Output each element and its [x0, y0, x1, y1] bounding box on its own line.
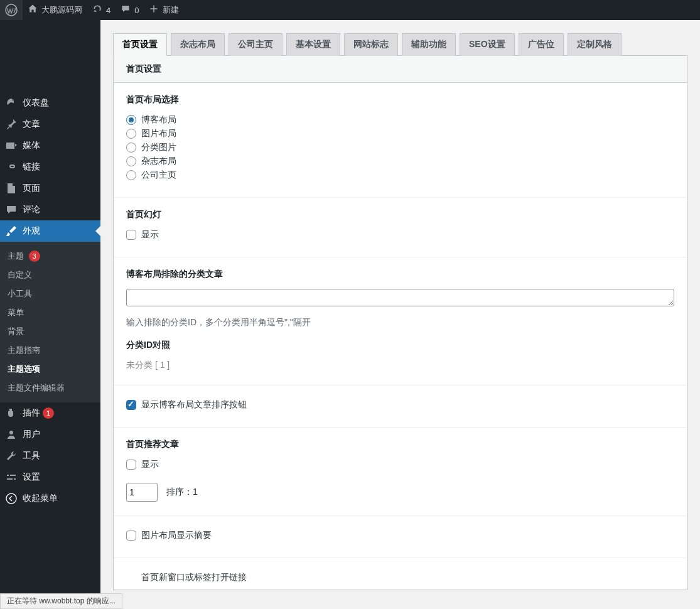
- radio-blog-layout[interactable]: [126, 115, 136, 125]
- tab-basic-settings[interactable]: 基本设置: [286, 33, 340, 56]
- comment-icon: [121, 4, 131, 16]
- radio-category-image[interactable]: [126, 143, 136, 153]
- submenu-label: 菜单: [8, 308, 24, 317]
- sidebar-item-tools[interactable]: 工具: [0, 445, 100, 466]
- section-title: 首页布局选择: [126, 94, 674, 105]
- sidebar-item-settings[interactable]: 设置: [0, 466, 100, 488]
- sidebar-item-label: 收起菜单: [23, 493, 58, 504]
- settings-icon: [5, 471, 18, 483]
- tab-custom-style[interactable]: 定制风格: [568, 33, 622, 56]
- checkbox-show-featured[interactable]: [126, 460, 136, 470]
- sidebar-item-label: 插件: [23, 407, 40, 419]
- option-label: 公司主页: [141, 170, 176, 181]
- tab-site-logo[interactable]: 网站标志: [344, 33, 398, 56]
- textarea-exclude-ids[interactable]: [126, 289, 674, 306]
- media-icon: [5, 139, 18, 152]
- admin-sidebar: 仪表盘 文章 媒体 链接 页面 评论 外观 主题 3 自定义 小工具 菜单 背景…: [0, 20, 100, 590]
- sidebar-item-users[interactable]: 用户: [0, 424, 100, 445]
- sidebar-item-label: 媒体: [23, 140, 40, 151]
- sidebar-item-label: 文章: [23, 119, 40, 130]
- sidebar-item-label: 链接: [23, 161, 40, 173]
- input-featured-order[interactable]: [126, 483, 158, 502]
- site-title: 大鹏源码网: [41, 4, 82, 16]
- section-featured-posts: 首页推荐文章 显示 排序：1: [114, 428, 687, 516]
- svg-point-2: [6, 493, 16, 504]
- option-label: 显示: [141, 459, 159, 470]
- checkbox-show-slideshow[interactable]: [126, 230, 136, 240]
- sidebar-item-links[interactable]: 链接: [0, 156, 100, 178]
- sidebar-item-plugins[interactable]: 插件 1: [0, 402, 100, 424]
- plugins-count-badge: 1: [43, 407, 54, 419]
- new-label: 新建: [163, 4, 179, 16]
- option-label: 显示博客布局文章排序按钮: [141, 399, 247, 411]
- site-name-link[interactable]: 大鹏源码网: [23, 0, 87, 20]
- category-id-list: 未分类 [ 1 ]: [126, 360, 674, 371]
- sidebar-item-label: 工具: [23, 450, 40, 461]
- sidebar-item-label: 外观: [23, 225, 40, 237]
- tab-company-home[interactable]: 公司主页: [229, 33, 283, 56]
- submenu-item-theme-options[interactable]: 主题选项: [0, 360, 100, 379]
- checkbox-image-summary[interactable]: [126, 531, 136, 541]
- updates-link[interactable]: 4: [87, 0, 116, 20]
- sidebar-item-media[interactable]: 媒体: [0, 135, 100, 156]
- option-label: 图片布局: [141, 128, 176, 139]
- sidebar-item-collapse[interactable]: 收起菜单: [0, 488, 100, 509]
- option-label: 杂志布局: [141, 156, 176, 167]
- section-title: 博客布局排除的分类文章: [126, 269, 674, 280]
- sidebar-item-posts[interactable]: 文章: [0, 114, 100, 135]
- comment-icon: [5, 203, 18, 216]
- plus-icon: [149, 4, 159, 16]
- sidebar-item-pages[interactable]: 页面: [0, 178, 100, 199]
- submenu-item-widgets[interactable]: 小工具: [0, 284, 100, 303]
- radio-image-layout[interactable]: [126, 129, 136, 139]
- home-icon: [28, 4, 38, 16]
- submenu-label: 主题指南: [8, 345, 40, 355]
- brush-icon: [5, 225, 18, 237]
- submenu-item-theme-editor[interactable]: 主题文件编辑器: [0, 379, 100, 397]
- section-title: 首页幻灯: [126, 209, 674, 220]
- option-label: 分类图片: [141, 142, 176, 153]
- pin-icon: [5, 118, 18, 131]
- submenu-item-customize[interactable]: 自定义: [0, 266, 100, 284]
- sidebar-item-label: 页面: [23, 183, 40, 194]
- sidebar-item-label: 用户: [23, 429, 40, 440]
- main-content: 首页设置 杂志布局 公司主页 基本设置 网站标志 辅助功能 SEO设置 广告位 …: [100, 20, 700, 590]
- help-text: 输入排除的分类ID，多个分类用半角逗号","隔开: [126, 317, 674, 328]
- sidebar-item-comments[interactable]: 评论: [0, 199, 100, 220]
- section-title: 首页推荐文章: [126, 439, 674, 450]
- checkbox-show-sort-button[interactable]: [126, 400, 136, 410]
- comments-link[interactable]: 0: [116, 0, 144, 20]
- section-new-window: 首页新窗口或标签打开链接: [114, 558, 687, 590]
- submenu-label: 主题: [8, 251, 24, 261]
- new-content-link[interactable]: 新建: [144, 0, 184, 20]
- category-id-title: 分类ID对照: [126, 340, 674, 351]
- update-icon: [92, 4, 102, 16]
- tab-seo-settings[interactable]: SEO设置: [460, 33, 515, 56]
- tab-magazine-layout[interactable]: 杂志布局: [171, 33, 225, 56]
- comments-count: 0: [134, 6, 139, 15]
- tab-ads[interactable]: 广告位: [519, 33, 564, 56]
- tab-home-settings[interactable]: 首页设置: [113, 33, 167, 56]
- updates-count: 4: [106, 6, 110, 15]
- submenu-item-background[interactable]: 背景: [0, 322, 100, 341]
- section-exclude-categories: 博客布局排除的分类文章 输入排除的分类ID，多个分类用半角逗号","隔开 分类I…: [114, 257, 687, 385]
- radio-company-home[interactable]: [126, 170, 136, 180]
- wp-logo-icon[interactable]: [0, 0, 23, 20]
- submenu-item-menus[interactable]: 菜单: [0, 303, 100, 322]
- dashboard-icon: [5, 97, 18, 109]
- section-sort-button: 显示博客布局文章排序按钮: [114, 385, 687, 428]
- submenu-item-theme-guide[interactable]: 主题指南: [0, 341, 100, 360]
- submenu-item-themes[interactable]: 主题 3: [0, 247, 100, 266]
- sidebar-item-dashboard[interactable]: 仪表盘: [0, 92, 100, 114]
- option-label: 显示: [141, 229, 159, 240]
- sidebar-item-appearance[interactable]: 外观: [0, 220, 100, 242]
- submenu-label: 自定义: [8, 270, 32, 279]
- panel-title: 首页设置: [114, 56, 687, 83]
- user-icon: [5, 428, 18, 441]
- section-home-layout: 首页布局选择 博客布局 图片布局 分类图片 杂志布局 公司主页: [114, 83, 687, 198]
- section-slideshow: 首页幻灯 显示: [114, 198, 687, 257]
- tab-aux-features[interactable]: 辅助功能: [402, 33, 456, 56]
- sidebar-item-label: 设置: [23, 472, 40, 483]
- option-label: 博客布局: [141, 114, 176, 126]
- radio-magazine-layout[interactable]: [126, 156, 136, 166]
